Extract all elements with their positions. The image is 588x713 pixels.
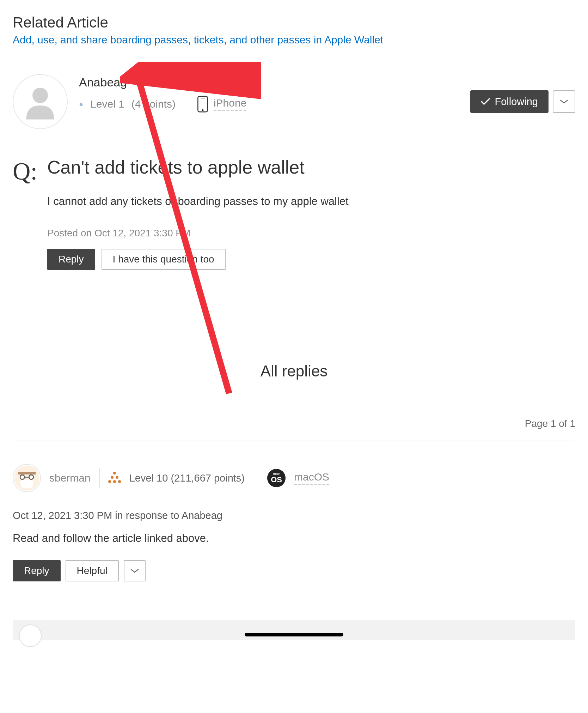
poster-device: iPhone	[214, 97, 246, 111]
meta-bullet-icon: ●	[79, 100, 83, 108]
section-divider	[13, 441, 575, 441]
question-title: Can't add tickets to apple wallet	[47, 157, 575, 177]
reply-reply-button[interactable]: Reply	[13, 560, 61, 581]
poster-level: Level 1	[90, 98, 124, 110]
helpful-button[interactable]: Helpful	[66, 560, 119, 581]
poster-name[interactable]: Anabeag	[79, 75, 246, 89]
reply-level: Level 10 (211,667 points)	[129, 472, 245, 484]
svg-point-13	[116, 476, 118, 479]
chevron-down-icon	[559, 99, 569, 104]
poster-avatar[interactable]	[13, 74, 68, 129]
related-article-heading: Related Article	[13, 14, 575, 31]
question-posted-date: Posted on Oct 12, 2021 3:30 PM	[47, 228, 575, 239]
follow-dropdown-button[interactable]	[553, 90, 575, 113]
bottom-bar	[13, 620, 575, 640]
svg-point-12	[111, 476, 114, 479]
following-button[interactable]: Following	[470, 90, 549, 113]
reply-platform: macOS	[294, 471, 329, 485]
reply-body: Read and follow the article linked above…	[13, 532, 575, 545]
svg-point-16	[118, 480, 121, 483]
iphone-icon	[197, 96, 209, 113]
svg-point-2	[202, 109, 203, 111]
check-icon	[481, 98, 490, 105]
question-body: I cannot add any tickets or boarding pas…	[47, 195, 575, 208]
svg-point-9	[29, 475, 33, 479]
reply-button[interactable]: Reply	[47, 249, 95, 270]
svg-point-15	[113, 480, 116, 483]
related-article-link[interactable]: Add, use, and share boarding passes, tic…	[13, 34, 383, 46]
memoji-mask-icon	[13, 465, 40, 491]
svg-point-11	[113, 472, 116, 475]
poster-points: (4 points)	[131, 98, 176, 110]
reply-timestamp: Oct 12, 2021 3:30 PM in response to Anab…	[13, 510, 575, 521]
svg-rect-7	[18, 472, 36, 475]
reply-avatar[interactable]	[13, 464, 41, 492]
home-indicator	[245, 633, 343, 636]
svg-point-0	[32, 87, 48, 103]
svg-point-8	[20, 475, 25, 479]
following-label: Following	[495, 96, 538, 108]
all-replies-heading: All replies	[13, 362, 575, 380]
svg-point-14	[108, 480, 111, 483]
question-prefix: Q:	[13, 157, 37, 186]
level-badge-icon	[108, 471, 121, 485]
me-too-button[interactable]: I have this question too	[102, 249, 226, 270]
reply-header: sberman Level 10 (211,667 points) mac OS…	[13, 464, 575, 492]
person-icon	[21, 82, 60, 121]
next-reply-avatar	[19, 624, 42, 647]
page-indicator: Page 1 of 1	[13, 418, 575, 429]
reply-more-button[interactable]	[124, 560, 146, 581]
chevron-down-icon	[130, 568, 139, 573]
reply-author-name[interactable]: sberman	[49, 472, 91, 484]
vertical-separator	[99, 468, 100, 488]
macos-badge-icon: mac OS	[267, 469, 286, 487]
